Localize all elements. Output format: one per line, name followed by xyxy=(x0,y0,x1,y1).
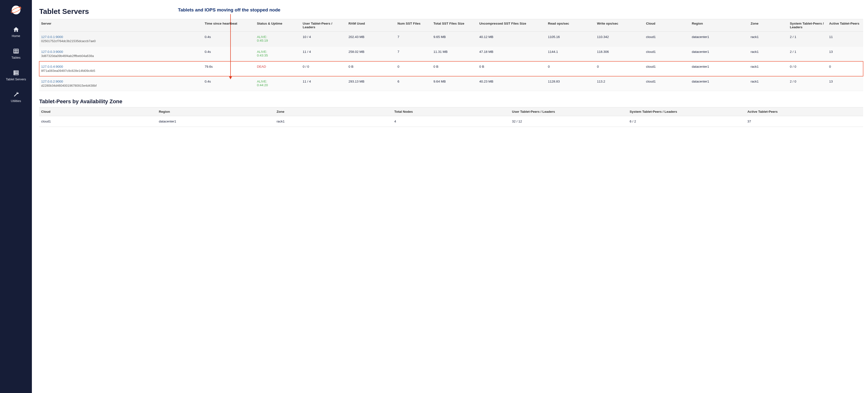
cell-uncomp: 40.23 MB xyxy=(477,76,546,91)
status-badge: ALIVE: xyxy=(257,50,267,54)
cell-read: 0 xyxy=(546,61,595,76)
server-link[interactable]: 127.0.0.1:9000 xyxy=(41,35,63,39)
cell-write: 118.306 xyxy=(595,47,644,61)
cell-cloud: cloud1 xyxy=(644,47,690,61)
nav-label: Utilities xyxy=(11,99,21,103)
cell-zone: rack1 xyxy=(749,76,788,91)
cell-user-peers: 11 / 4 xyxy=(301,76,347,91)
svg-rect-3 xyxy=(13,49,19,53)
tablet-servers-table: Server Time since heartbeat Status & Upt… xyxy=(39,19,863,91)
servers-icon xyxy=(13,70,19,76)
cell-region: datacenter1 xyxy=(157,116,275,127)
server-link[interactable]: 127.0.0.4:9000 xyxy=(41,65,63,68)
cell-cloud: cloud1 xyxy=(644,61,690,76)
nav-label: Home xyxy=(12,34,20,38)
cell-ram: 258.02 MB xyxy=(347,47,396,61)
cell-ram: 0 B xyxy=(347,61,396,76)
svg-point-2 xyxy=(19,7,21,8)
cell-region: datacenter1 xyxy=(690,61,749,76)
svg-point-12 xyxy=(14,72,15,73)
th-total-nodes: Total Nodes xyxy=(392,108,510,116)
svg-point-13 xyxy=(14,74,15,74)
cell-heartbeat: 0.4s xyxy=(203,76,255,91)
th-cloud: Cloud xyxy=(644,19,690,32)
cell-region: datacenter1 xyxy=(690,32,749,47)
cell-num-sst: 7 xyxy=(396,32,432,47)
cell-cloud: cloud1 xyxy=(39,116,157,127)
uptime: 0:43:35 xyxy=(257,54,299,57)
page-title: Tablet Servers xyxy=(39,7,863,16)
cell-read: 1128.83 xyxy=(546,76,595,91)
table-row: 127.0.0.4:9000 8f71a083ea09497c9c828e14f… xyxy=(39,61,863,76)
cell-ram: 293.13 MB xyxy=(347,76,396,91)
cell-sys-peers: 2 / 1 xyxy=(788,47,827,61)
th-sys-peers: System Tablet-Peers / Leaders xyxy=(628,108,746,116)
server-uuid: 02501752cf764dc3b21535dcaccb7ae0 xyxy=(41,39,201,43)
cell-write: 0 xyxy=(595,61,644,76)
status-badge: DEAD xyxy=(257,65,266,68)
server-link[interactable]: 127.0.0.3:9000 xyxy=(41,50,63,54)
server-uuid: d2280b34d460400196780915e4d438bf xyxy=(41,84,201,87)
sidebar: Home Tables Tablet Servers Utilities xyxy=(0,0,32,393)
cell-read: 1144.1 xyxy=(546,47,595,61)
zone-table: Cloud Region Zone Total Nodes User Table… xyxy=(39,107,863,127)
cell-heartbeat: 79.6s xyxy=(203,61,255,76)
main-content: Tablets and IOPS moving off the stopped … xyxy=(32,0,868,393)
cell-user-peers: 10 / 4 xyxy=(301,32,347,47)
cell-write: 113.2 xyxy=(595,76,644,91)
logo-icon xyxy=(11,5,21,15)
section-title: Tablet-Peers by Availability Zone xyxy=(39,98,863,105)
table-header-row: Server Time since heartbeat Status & Upt… xyxy=(39,19,863,32)
table-header-row: Cloud Region Zone Total Nodes User Table… xyxy=(39,108,863,116)
th-zone: Zone xyxy=(275,108,392,116)
server-uuid: 3d87320da09b46f4ab2fffbeb04a638a xyxy=(41,54,201,58)
home-icon xyxy=(13,26,19,33)
wrench-icon xyxy=(13,91,19,98)
status-badge: ALIVE: xyxy=(257,35,267,39)
nav-home[interactable]: Home xyxy=(0,25,32,39)
table-row: 127.0.0.3:9000 3d87320da09b46f4ab2fffbeb… xyxy=(39,47,863,61)
cell-active: 0 xyxy=(827,61,863,76)
th-write: Write ops/sec xyxy=(595,19,644,32)
cell-cloud: cloud1 xyxy=(644,76,690,91)
th-user-peers: User Tablet-Peers / Leaders xyxy=(510,108,628,116)
svg-point-11 xyxy=(14,71,15,71)
nav-utilities[interactable]: Utilities xyxy=(0,90,32,104)
cell-active: 13 xyxy=(827,47,863,61)
th-total-sst: Total SST Files Size xyxy=(432,19,477,32)
cell-num-sst: 7 xyxy=(396,47,432,61)
th-cloud: Cloud xyxy=(39,108,157,116)
cell-ram: 202.43 MB xyxy=(347,32,396,47)
table-row: 127.0.0.2:9000 d2280b34d460400196780915e… xyxy=(39,76,863,91)
cell-active: 11 xyxy=(827,32,863,47)
cell-write: 110.342 xyxy=(595,32,644,47)
table-row: cloud1 datacenter1 rack1 4 32 / 12 6 / 2… xyxy=(39,116,863,127)
cell-sys-peers: 2 / 0 xyxy=(788,76,827,91)
cell-uncomp: 47.18 MB xyxy=(477,47,546,61)
cell-user-peers: 11 / 4 xyxy=(301,47,347,61)
cell-total-sst: 0 B xyxy=(432,61,477,76)
cell-active: 13 xyxy=(827,76,863,91)
cell-active: 37 xyxy=(745,116,863,127)
th-region: Region xyxy=(157,108,275,116)
cell-user-peers: 32 / 12 xyxy=(510,116,628,127)
cell-sys-peers: 2 / 1 xyxy=(788,32,827,47)
cell-zone: rack1 xyxy=(749,47,788,61)
cell-region: datacenter1 xyxy=(690,47,749,61)
cell-uncomp: 40.12 MB xyxy=(477,32,546,47)
uptime: 0:45:19 xyxy=(257,39,299,42)
status-badge: ALIVE: xyxy=(257,80,267,83)
nav-tablet-servers[interactable]: Tablet Servers xyxy=(0,68,32,83)
cell-total-nodes: 4 xyxy=(392,116,510,127)
cell-heartbeat: 0.4s xyxy=(203,47,255,61)
nav-tables[interactable]: Tables xyxy=(0,47,32,61)
cell-user-peers: 0 / 0 xyxy=(301,61,347,76)
th-ram: RAM Used xyxy=(347,19,396,32)
th-user-peers: User Tablet-Peers / Leaders xyxy=(301,19,347,32)
th-uncomp: Uncompressed SST Files Size xyxy=(477,19,546,32)
th-region: Region xyxy=(690,19,749,32)
th-active: Active Tablet-Peers xyxy=(827,19,863,32)
th-heartbeat: Time since heartbeat xyxy=(203,19,255,32)
server-link[interactable]: 127.0.0.2:9000 xyxy=(41,80,63,83)
th-read: Read ops/sec xyxy=(546,19,595,32)
